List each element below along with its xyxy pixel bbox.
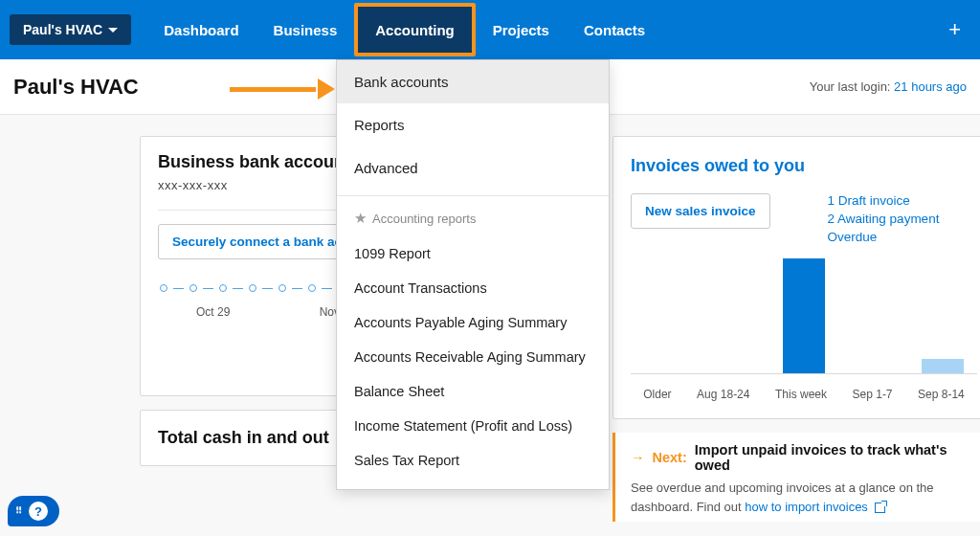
bar-label-2: This week <box>775 388 827 401</box>
question-icon: ? <box>29 502 48 521</box>
bar-label-4: Sep 8-14 <box>918 388 965 401</box>
top-nav: Paul's HVAC Dashboard Business Accountin… <box>0 0 980 59</box>
tab-business[interactable]: Business <box>256 0 355 59</box>
dropdown-report-ap-aging[interactable]: Accounts Payable Aging Summary <box>337 305 609 340</box>
tab-dashboard[interactable]: Dashboard <box>146 0 256 59</box>
bar-label-0: Older <box>643 388 671 401</box>
org-name: Paul's HVAC <box>23 22 102 37</box>
invoices-card: Invoices owed to you New sales invoice 1… <box>612 136 980 419</box>
next-label: Next: <box>653 450 687 465</box>
new-sales-invoice-button[interactable]: New sales invoice <box>631 193 770 229</box>
last-login-label: Your last login: <box>810 79 894 94</box>
org-selector[interactable]: Paul's HVAC <box>10 14 131 45</box>
drag-dots-icon: ⠿ <box>15 508 23 514</box>
help-widget[interactable]: ⠿ ? <box>8 496 59 526</box>
page-title: Paul's HVAC <box>13 75 139 100</box>
next-description: See overdue and upcoming invoices at a g… <box>631 479 980 516</box>
dropdown-item-advanced[interactable]: Advanced <box>337 146 609 190</box>
tab-contacts[interactable]: Contacts <box>567 0 662 59</box>
tab-accounting[interactable]: Accounting <box>354 3 476 56</box>
annotation-arrow <box>230 82 335 96</box>
divider <box>337 195 609 196</box>
invoice-link-draft[interactable]: 1 Draft invoice <box>828 193 940 208</box>
dropdown-report-account-transactions[interactable]: Account Transactions <box>337 271 609 305</box>
invoice-link-overdue[interactable]: Overdue <box>828 230 940 244</box>
next-step-panel: → Next: Import unpaid invoices to track … <box>612 433 980 522</box>
external-link-icon <box>875 502 885 513</box>
how-to-import-link[interactable]: how to import invoices <box>745 500 884 514</box>
nav-tabs: Dashboard Business Accounting Projects C… <box>146 0 662 59</box>
dropdown-section-header: ★ Accounting reports <box>337 204 609 236</box>
next-headline: Import unpaid invoices to track what's o… <box>695 442 980 473</box>
spark-label-0: Oct 29 <box>196 305 230 319</box>
tab-projects[interactable]: Projects <box>476 0 567 59</box>
dropdown-report-income-statement[interactable]: Income Statement (Profit and Loss) <box>337 409 609 443</box>
dropdown-item-bank-accounts[interactable]: Bank accounts <box>337 60 609 103</box>
invoice-link-awaiting[interactable]: 2 Awaiting payment <box>828 212 940 226</box>
bar-chart-labels: Older Aug 18-24 This week Sep 1-7 Sep 8-… <box>631 388 977 401</box>
last-login-link[interactable]: 21 hours ago <box>894 79 967 94</box>
dropdown-item-reports[interactable]: Reports <box>337 103 609 146</box>
dropdown-report-balance-sheet[interactable]: Balance Sheet <box>337 374 609 409</box>
caret-down-icon <box>108 28 118 33</box>
dropdown-report-sales-tax[interactable]: Sales Tax Report <box>337 443 609 478</box>
invoice-status-links: 1 Draft invoice 2 Awaiting payment Overd… <box>828 193 940 244</box>
accounting-dropdown: Bank accounts Reports Advanced ★ Account… <box>336 59 610 490</box>
add-button[interactable]: + <box>939 17 970 42</box>
dropdown-report-1099[interactable]: 1099 Report <box>337 236 609 271</box>
star-icon: ★ <box>354 210 367 227</box>
dropdown-report-ar-aging[interactable]: Accounts Receivable Aging Summary <box>337 340 609 374</box>
invoice-bar-chart <box>631 250 977 374</box>
last-login: Your last login: 21 hours ago <box>810 79 967 94</box>
bar-label-3: Sep 1-7 <box>853 388 893 401</box>
invoices-title[interactable]: Invoices owed to you <box>631 156 977 176</box>
bar-label-1: Aug 18-24 <box>697 388 749 401</box>
arrow-right-icon: → <box>631 450 645 465</box>
